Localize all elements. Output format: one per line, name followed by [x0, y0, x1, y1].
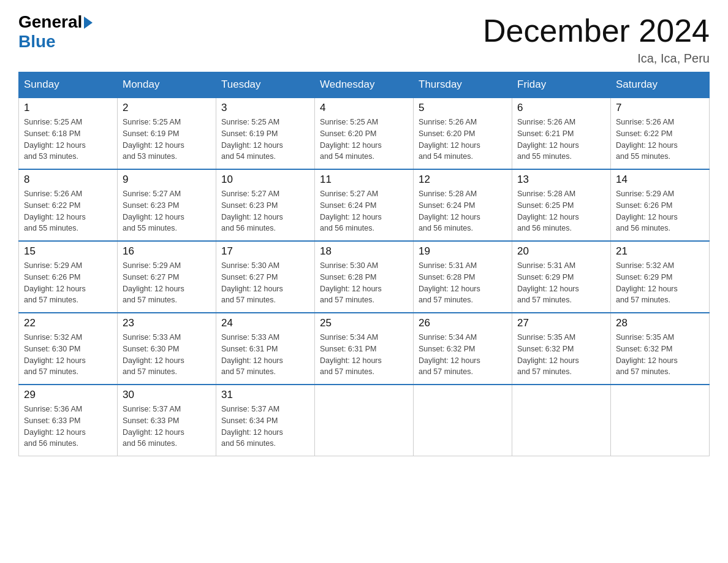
day-info: Sunrise: 5:26 AMSunset: 6:21 PMDaylight:… [517, 118, 579, 161]
day-number: 24 [221, 317, 309, 329]
day-number: 30 [123, 389, 211, 401]
day-info: Sunrise: 5:27 AMSunset: 6:24 PMDaylight:… [320, 190, 382, 232]
calendar-cell: 22 Sunrise: 5:32 AMSunset: 6:30 PMDaylig… [19, 313, 118, 385]
header-saturday: Saturday [611, 72, 710, 98]
day-info: Sunrise: 5:34 AMSunset: 6:31 PMDaylight:… [320, 333, 382, 376]
week-row-2: 8 Sunrise: 5:26 AMSunset: 6:22 PMDayligh… [19, 169, 710, 241]
calendar-body: 1 Sunrise: 5:25 AMSunset: 6:18 PMDayligh… [19, 98, 710, 456]
day-info: Sunrise: 5:26 AMSunset: 6:22 PMDaylight:… [616, 118, 678, 161]
week-row-1: 1 Sunrise: 5:25 AMSunset: 6:18 PMDayligh… [19, 98, 710, 169]
calendar-cell: 18 Sunrise: 5:30 AMSunset: 6:28 PMDaylig… [315, 241, 414, 313]
calendar-cell: 16 Sunrise: 5:29 AMSunset: 6:27 PMDaylig… [118, 241, 216, 313]
day-info: Sunrise: 5:25 AMSunset: 6:18 PMDaylight:… [24, 118, 86, 161]
calendar-cell: 9 Sunrise: 5:27 AMSunset: 6:23 PMDayligh… [118, 169, 216, 241]
calendar-cell: 26 Sunrise: 5:34 AMSunset: 6:32 PMDaylig… [414, 313, 512, 385]
day-number: 18 [320, 245, 408, 258]
calendar-cell: 14 Sunrise: 5:29 AMSunset: 6:26 PMDaylig… [611, 169, 710, 241]
day-number: 15 [24, 245, 112, 258]
day-info: Sunrise: 5:37 AMSunset: 6:34 PMDaylight:… [221, 405, 283, 448]
calendar-cell [315, 385, 414, 456]
day-number: 6 [517, 102, 605, 114]
day-number: 2 [123, 102, 211, 114]
calendar-cell: 24 Sunrise: 5:33 AMSunset: 6:31 PMDaylig… [216, 313, 315, 385]
day-number: 13 [517, 174, 605, 186]
day-info: Sunrise: 5:28 AMSunset: 6:24 PMDaylight:… [419, 190, 480, 232]
calendar-cell: 25 Sunrise: 5:34 AMSunset: 6:31 PMDaylig… [315, 313, 414, 385]
day-info: Sunrise: 5:33 AMSunset: 6:30 PMDaylight:… [123, 333, 184, 376]
day-info: Sunrise: 5:29 AMSunset: 6:27 PMDaylight:… [123, 261, 184, 304]
day-number: 10 [221, 174, 309, 186]
calendar-cell: 31 Sunrise: 5:37 AMSunset: 6:34 PMDaylig… [216, 385, 315, 456]
month-title: December 2024 [483, 12, 710, 49]
calendar-cell: 11 Sunrise: 5:27 AMSunset: 6:24 PMDaylig… [315, 169, 414, 241]
day-number: 12 [419, 174, 507, 186]
calendar-cell: 3 Sunrise: 5:25 AMSunset: 6:19 PMDayligh… [216, 98, 315, 169]
calendar-cell: 4 Sunrise: 5:25 AMSunset: 6:20 PMDayligh… [315, 98, 414, 169]
calendar-cell: 13 Sunrise: 5:28 AMSunset: 6:25 PMDaylig… [512, 169, 611, 241]
day-info: Sunrise: 5:31 AMSunset: 6:28 PMDaylight:… [419, 261, 480, 304]
header-tuesday: Tuesday [216, 72, 315, 98]
day-number: 17 [221, 245, 309, 258]
calendar-cell: 8 Sunrise: 5:26 AMSunset: 6:22 PMDayligh… [19, 169, 118, 241]
day-number: 4 [320, 102, 408, 114]
header-sunday: Sunday [19, 72, 118, 98]
day-info: Sunrise: 5:36 AMSunset: 6:33 PMDaylight:… [24, 405, 86, 448]
day-number: 14 [616, 174, 704, 186]
header-friday: Friday [512, 72, 611, 98]
calendar-cell: 23 Sunrise: 5:33 AMSunset: 6:30 PMDaylig… [118, 313, 216, 385]
calendar-header: SundayMondayTuesdayWednesdayThursdayFrid… [19, 72, 710, 98]
day-number: 21 [616, 245, 704, 258]
calendar-cell [611, 385, 710, 456]
header-monday: Monday [118, 72, 216, 98]
location: Ica, Ica, Peru [483, 52, 710, 66]
day-number: 28 [616, 317, 704, 329]
day-number: 19 [419, 245, 507, 258]
calendar-cell: 2 Sunrise: 5:25 AMSunset: 6:19 PMDayligh… [118, 98, 216, 169]
day-info: Sunrise: 5:37 AMSunset: 6:33 PMDaylight:… [123, 405, 184, 448]
header-thursday: Thursday [414, 72, 512, 98]
day-number: 8 [24, 174, 112, 186]
day-info: Sunrise: 5:32 AMSunset: 6:30 PMDaylight:… [24, 333, 86, 376]
day-info: Sunrise: 5:35 AMSunset: 6:32 PMDaylight:… [616, 333, 678, 376]
calendar-cell: 21 Sunrise: 5:32 AMSunset: 6:29 PMDaylig… [611, 241, 710, 313]
logo-blue-text: Blue [18, 32, 56, 52]
calendar-cell: 6 Sunrise: 5:26 AMSunset: 6:21 PMDayligh… [512, 98, 611, 169]
day-number: 31 [221, 389, 309, 401]
logo-arrow-icon [84, 17, 93, 29]
day-info: Sunrise: 5:30 AMSunset: 6:27 PMDaylight:… [221, 261, 283, 304]
calendar-cell [512, 385, 611, 456]
header-row: SundayMondayTuesdayWednesdayThursdayFrid… [19, 72, 710, 98]
day-info: Sunrise: 5:25 AMSunset: 6:19 PMDaylight:… [221, 118, 283, 161]
day-number: 23 [123, 317, 211, 329]
calendar-cell: 15 Sunrise: 5:29 AMSunset: 6:26 PMDaylig… [19, 241, 118, 313]
day-number: 26 [419, 317, 507, 329]
calendar-cell: 20 Sunrise: 5:31 AMSunset: 6:29 PMDaylig… [512, 241, 611, 313]
day-number: 29 [24, 389, 112, 401]
day-number: 22 [24, 317, 112, 329]
day-number: 11 [320, 174, 408, 186]
day-number: 27 [517, 317, 605, 329]
day-info: Sunrise: 5:27 AMSunset: 6:23 PMDaylight:… [221, 190, 283, 232]
day-info: Sunrise: 5:35 AMSunset: 6:32 PMDaylight:… [517, 333, 579, 376]
calendar-cell: 19 Sunrise: 5:31 AMSunset: 6:28 PMDaylig… [414, 241, 512, 313]
logo-general: General [18, 12, 93, 32]
day-info: Sunrise: 5:34 AMSunset: 6:32 PMDaylight:… [419, 333, 480, 376]
calendar-table: SundayMondayTuesdayWednesdayThursdayFrid… [18, 72, 710, 456]
week-row-3: 15 Sunrise: 5:29 AMSunset: 6:26 PMDaylig… [19, 241, 710, 313]
day-info: Sunrise: 5:27 AMSunset: 6:23 PMDaylight:… [123, 190, 184, 232]
day-number: 20 [517, 245, 605, 258]
day-info: Sunrise: 5:32 AMSunset: 6:29 PMDaylight:… [616, 261, 678, 304]
header-wednesday: Wednesday [315, 72, 414, 98]
calendar-cell: 17 Sunrise: 5:30 AMSunset: 6:27 PMDaylig… [216, 241, 315, 313]
calendar-cell: 12 Sunrise: 5:28 AMSunset: 6:24 PMDaylig… [414, 169, 512, 241]
day-info: Sunrise: 5:31 AMSunset: 6:29 PMDaylight:… [517, 261, 579, 304]
day-info: Sunrise: 5:25 AMSunset: 6:20 PMDaylight:… [320, 118, 382, 161]
day-number: 25 [320, 317, 408, 329]
calendar-cell [414, 385, 512, 456]
day-info: Sunrise: 5:26 AMSunset: 6:22 PMDaylight:… [24, 190, 86, 232]
logo: General Blue [18, 12, 93, 52]
day-info: Sunrise: 5:33 AMSunset: 6:31 PMDaylight:… [221, 333, 283, 376]
calendar-cell: 30 Sunrise: 5:37 AMSunset: 6:33 PMDaylig… [118, 385, 216, 456]
day-number: 5 [419, 102, 507, 114]
day-number: 16 [123, 245, 211, 258]
